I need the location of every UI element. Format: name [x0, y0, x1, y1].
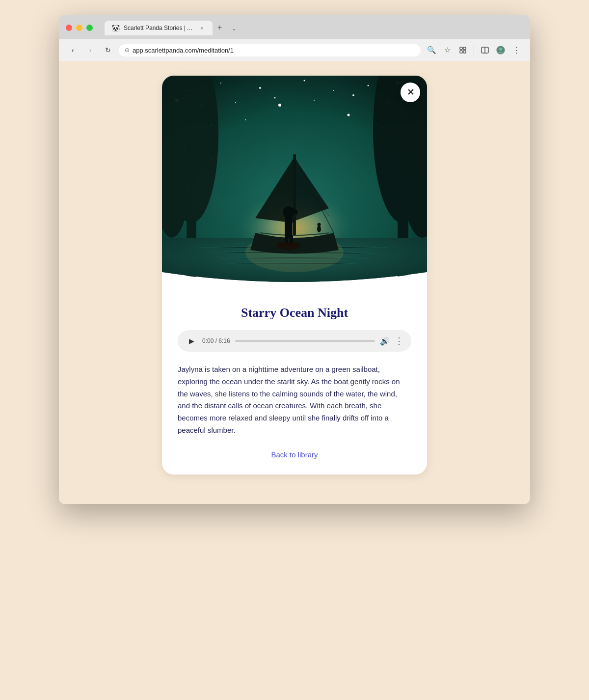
svg-point-57: [276, 242, 301, 250]
svg-point-27: [245, 119, 246, 120]
forward-button[interactable]: ›: [83, 43, 97, 57]
svg-point-13: [333, 90, 334, 91]
toolbar-divider: [474, 45, 474, 55]
address-security-icon: ⊙: [125, 47, 130, 54]
audio-player[interactable]: ▶ 0:00 / 6:16 🔊 ⋮: [178, 330, 411, 352]
svg-point-7: [499, 48, 502, 51]
extensions-button[interactable]: [456, 43, 470, 57]
back-button[interactable]: ‹: [66, 43, 80, 57]
svg-point-54: [283, 206, 294, 218]
tab-favicon: 🐼: [111, 24, 120, 32]
browser-toolbar: ‹ › ↻ ⊙ app.scarlettpanda.com/meditation…: [59, 39, 530, 61]
audio-time: 0:00 / 6:16: [202, 337, 230, 344]
svg-rect-3: [463, 51, 466, 53]
svg-point-35: [348, 114, 350, 116]
bookmark-button[interactable]: ☆: [440, 43, 454, 57]
svg-point-19: [274, 97, 276, 99]
address-url: app.scarlettpanda.com/meditation/1: [133, 47, 415, 54]
active-tab[interactable]: 🐼 Scarlett Panda Stories | AI Ge ×: [105, 21, 213, 35]
story-title: Starry Ocean Night: [178, 306, 411, 320]
close-button[interactable]: ✕: [401, 83, 420, 102]
svg-rect-0: [460, 47, 462, 50]
story-body: Starry Ocean Night ▶ 0:00 / 6:16 🔊 ⋮ Jay…: [162, 292, 427, 475]
tab-title: Scarlett Panda Stories | AI Ge: [124, 25, 194, 31]
svg-point-51: [317, 225, 321, 232]
tab-menu-button[interactable]: ⌄: [227, 22, 241, 35]
story-card: ✕: [162, 76, 427, 475]
browser-content: ✕: [59, 61, 530, 504]
svg-point-34: [278, 104, 281, 107]
profile-button[interactable]: [494, 43, 508, 57]
tab-close-button[interactable]: ×: [198, 24, 206, 32]
address-bar[interactable]: ⊙ app.scarlettpanda.com/meditation/1: [119, 44, 421, 56]
svg-point-12: [304, 80, 305, 82]
story-description: Jaylyna is taken on a nighttime adventur…: [178, 364, 411, 437]
browser-window: 🐼 Scarlett Panda Stories | AI Ge × + ⌄ ‹…: [59, 15, 530, 504]
new-tab-button[interactable]: +: [213, 20, 227, 35]
svg-rect-1: [463, 47, 466, 50]
svg-rect-53: [285, 216, 293, 238]
play-button[interactable]: ▶: [186, 335, 197, 347]
svg-point-52: [318, 223, 321, 226]
traffic-light-red[interactable]: [66, 25, 72, 31]
back-to-library-link[interactable]: Back to library: [178, 450, 411, 459]
browser-controls: 🐼 Scarlett Panda Stories | AI Ge × + ⌄: [66, 20, 523, 35]
traffic-light-yellow[interactable]: [76, 25, 82, 31]
svg-point-11: [259, 87, 261, 89]
svg-point-14: [368, 85, 369, 86]
svg-point-18: [235, 102, 236, 103]
more-options-button[interactable]: ⋮: [509, 43, 523, 57]
browser-titlebar: 🐼 Scarlett Panda Stories | AI Ge × + ⌄: [59, 15, 530, 39]
browser-tabs: 🐼 Scarlett Panda Stories | AI Ge × + ⌄: [105, 20, 241, 35]
svg-point-21: [352, 94, 354, 96]
toolbar-icons: 🔍 ☆: [425, 43, 523, 57]
search-button[interactable]: 🔍: [425, 43, 438, 57]
svg-rect-2: [460, 51, 462, 53]
refresh-button[interactable]: ↻: [101, 43, 115, 57]
traffic-light-green[interactable]: [86, 25, 93, 31]
split-view-button[interactable]: [478, 43, 492, 57]
audio-progress-track[interactable]: [235, 340, 375, 342]
volume-icon[interactable]: 🔊: [380, 336, 390, 346]
story-image: ✕: [162, 76, 427, 292]
svg-point-10: [220, 83, 221, 84]
scene-illustration: [162, 76, 427, 292]
audio-more-button[interactable]: ⋮: [395, 336, 403, 346]
svg-point-20: [314, 100, 315, 101]
